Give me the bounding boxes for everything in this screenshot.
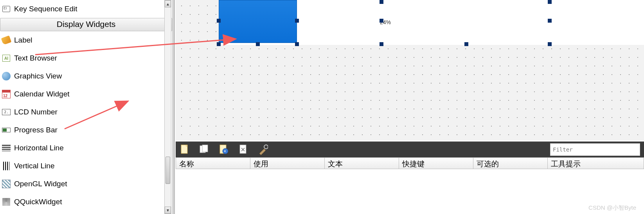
action-editor-toolbar [176,142,644,157]
watermark: CSDN @小智Byte [588,204,636,212]
form-designer-canvas[interactable]: 24% [174,0,644,214]
widget-item-label: QQuickWidget [14,198,62,206]
widget-item-graphics-view[interactable]: Graphics View [0,67,172,85]
configure-action-button[interactable] [258,144,268,155]
lcd-number-icon: 2. [2,107,11,117]
category-label: Display Widgets [57,20,116,29]
new-action-button[interactable] [180,144,190,155]
widget-item-opengl-widget[interactable]: OpenGL Widget [0,175,172,193]
selection-handle[interactable] [295,42,299,46]
column-tooltip[interactable]: 工具提示 [548,158,644,169]
action-table-header: 名称 使用 文本 快捷键 可选的 工具提示 [176,157,644,169]
selection-handle[interactable] [548,0,552,4]
widget-item-progress-bar[interactable]: Progress Bar [0,121,172,139]
widget-item-label: Text Browser [14,54,57,62]
text-browser-icon: AI [2,54,11,63]
selection-handle[interactable] [548,19,552,23]
selection-handle[interactable] [217,42,221,46]
placed-label-widget[interactable] [219,0,297,43]
widget-item-qquickwidget[interactable]: QQuickWidget [0,193,172,211]
column-name[interactable]: 名称 [176,158,250,169]
horizontal-line-icon [2,143,11,153]
delete-action-button[interactable] [238,144,248,155]
scroll-thumb[interactable] [165,157,170,184]
selection-handle[interactable] [380,19,383,23]
selection-handle[interactable] [217,19,221,23]
selection-handle[interactable] [256,42,260,46]
label-icon [2,36,11,45]
progress-bar-icon [2,125,11,135]
graphics-view-icon [2,71,11,81]
widget-item-label: LCD Number [14,108,58,116]
scroll-up-button[interactable]: ▲ [165,0,171,7]
widget-scrollbar[interactable]: ▲ ▼ [164,0,171,214]
calendar-icon [2,89,11,99]
widget-box-panel: Key Sequence Edit Display Widgets Label … [0,0,174,214]
widget-item-label: Calendar Widget [14,90,70,98]
column-checkable[interactable]: 可选的 [473,158,548,169]
filter-input[interactable] [550,143,640,156]
widget-item-label: Graphics View [14,72,62,80]
opengl-icon [2,179,11,189]
qquick-icon [2,197,11,207]
column-text[interactable]: 文本 [325,158,399,169]
action-editor-panel: 名称 使用 文本 快捷键 可选的 工具提示 [176,141,644,214]
column-shortcut[interactable]: 快捷键 [399,158,473,169]
widget-item-label: Vertical Line [14,162,55,170]
selection-handle[interactable] [548,42,552,46]
widget-item-label: Label [14,36,32,45]
action-table-body [176,169,644,214]
paste-action-button[interactable] [219,144,229,155]
widget-item-label: Key Sequence Edit [14,5,77,13]
selection-handle[interactable] [295,19,299,23]
widget-item-text-browser[interactable]: AI Text Browser [0,49,172,67]
widget-item-lcd-number[interactable]: 2. LCD Number [0,103,172,121]
widget-item-calendar-widget[interactable]: Calendar Widget [0,85,172,103]
column-used[interactable]: 使用 [250,158,325,169]
scroll-down-button[interactable]: ▼ [165,207,171,214]
svg-rect-2 [202,145,208,152]
svg-point-6 [264,145,268,149]
category-display-widgets[interactable]: Display Widgets [0,18,172,31]
selection-handle[interactable] [464,42,468,46]
widget-item-vertical-line[interactable]: Vertical Line [0,157,172,175]
widget-item-label[interactable]: Label [0,31,172,49]
widget-item-label: Progress Bar [14,126,58,134]
copy-action-button[interactable] [199,144,209,155]
widget-item-horizontal-line[interactable]: Horizontal Line [0,139,172,157]
selection-handle[interactable] [380,42,383,46]
widget-item-key-sequence-edit[interactable]: Key Sequence Edit [0,0,172,18]
selection-handle[interactable] [380,0,383,4]
key-sequence-icon [2,4,11,14]
widget-item-label: OpenGL Widget [14,180,67,188]
vertical-line-icon [2,161,11,171]
widget-item-label: Horizontal Line [14,144,64,152]
